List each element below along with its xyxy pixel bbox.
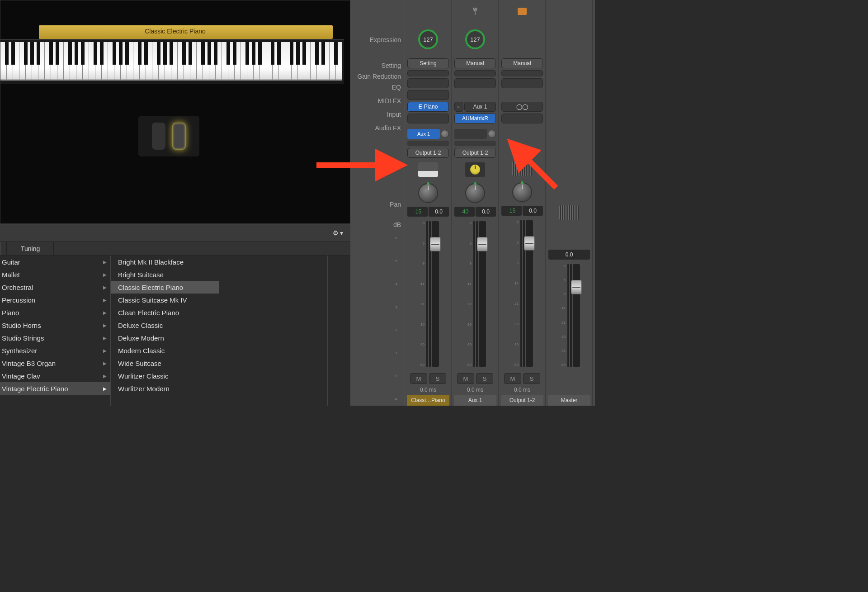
- tab-empty[interactable]: [0, 242, 7, 255]
- eq-slot[interactable]: [407, 78, 449, 88]
- solo-button[interactable]: S: [429, 373, 446, 384]
- audiofx-slot[interactable]: [501, 114, 543, 123]
- keyboard[interactable]: [0, 39, 344, 84]
- strip-name[interactable]: Classi…Piano: [407, 395, 449, 406]
- pedal-right[interactable]: [172, 123, 186, 150]
- db-peak: -40: [454, 207, 475, 217]
- left-panel: Classic Electric Piano ⚙︎ ▾ Tuning Guita…: [0, 0, 350, 406]
- expression-knob[interactable]: 127: [465, 29, 485, 49]
- category-item[interactable]: Mallet▶: [0, 268, 110, 281]
- instrument-view: Classic Electric Piano: [0, 0, 350, 224]
- category-item[interactable]: Synthesizer▶: [0, 344, 110, 357]
- input-mode-button[interactable]: ○: [454, 102, 463, 112]
- mixer-labels: Expression Setting Gain Reduction EQ MID…: [350, 0, 405, 406]
- tuning-fork-icon: [454, 2, 496, 20]
- volume-fader[interactable]: [432, 221, 439, 367]
- category-item[interactable]: Vintage Clav▶: [0, 369, 110, 382]
- db-display[interactable]: 0.0: [548, 250, 590, 260]
- gear-icon[interactable]: ⚙︎ ▾: [330, 227, 346, 238]
- solo-button[interactable]: S: [523, 373, 540, 384]
- pedal-left[interactable]: [152, 123, 165, 150]
- audiofx-slot[interactable]: [407, 114, 449, 123]
- setting-button[interactable]: Setting: [407, 58, 449, 68]
- db-value[interactable]: 0.0: [429, 207, 449, 217]
- category-item[interactable]: Percussion▶: [0, 294, 110, 306]
- category-item[interactable]: Studio Horns▶: [0, 319, 110, 332]
- strip-name[interactable]: Output 1-2: [501, 395, 543, 406]
- channel-strip: Manual◯◯-150.00591421304560MS0.0 msOutpu…: [499, 0, 546, 406]
- instrument-thumbnail[interactable]: [465, 162, 485, 177]
- browser-body: Guitar▶Mallet▶Orchestral▶Percussion▶Pian…: [0, 256, 350, 406]
- pan-knob[interactable]: [512, 182, 532, 202]
- volume-fader[interactable]: [573, 264, 580, 367]
- channel-strip: 127Manual○Aux 1AUMatrixROutput 1-2-400.0…: [452, 0, 499, 406]
- artist-icon: [501, 2, 543, 20]
- input-slot[interactable]: ◯◯: [501, 102, 543, 112]
- setting-button[interactable]: Manual: [501, 58, 543, 68]
- category-item[interactable]: Orchestral▶: [0, 281, 110, 294]
- channel-strip: 127SettingE-PianoAux 1Output 1-2-150.005…: [405, 0, 452, 406]
- volume-fader[interactable]: [479, 221, 486, 367]
- pedal-panel[interactable]: [138, 116, 199, 156]
- label-eq: EQ: [392, 84, 401, 91]
- expression-knob[interactable]: 127: [418, 29, 438, 49]
- instrument-thumbnail[interactable]: [512, 161, 532, 176]
- preset-item[interactable]: Classic Electric Piano: [111, 281, 219, 294]
- label-expression: Expression: [370, 36, 401, 43]
- db-value[interactable]: 0.0: [476, 207, 496, 217]
- preset-item[interactable]: Classic Suitcase Mk IV: [111, 294, 219, 306]
- mute-button[interactable]: M: [410, 373, 427, 384]
- category-item[interactable]: Piano▶: [0, 306, 110, 319]
- preset-item[interactable]: Clean Electric Piano: [111, 306, 219, 319]
- db-value[interactable]: 0.0: [523, 206, 543, 216]
- setting-button[interactable]: Manual: [454, 58, 496, 68]
- strip-name[interactable]: Master: [548, 395, 590, 406]
- channel-strip: 0.00591421304560Master: [546, 0, 593, 406]
- label-setting: Setting: [381, 62, 401, 69]
- solo-button[interactable]: S: [476, 373, 493, 384]
- db-peak: -15: [407, 207, 428, 217]
- mute-button[interactable]: M: [457, 373, 474, 384]
- midifx-slot[interactable]: [407, 90, 449, 100]
- eq-slot[interactable]: [501, 78, 543, 88]
- pan-knob[interactable]: [418, 183, 438, 203]
- category-item[interactable]: Vintage Electric Piano▶: [0, 382, 110, 395]
- preset-item[interactable]: Wurlitzer Modern: [111, 382, 219, 395]
- category-item[interactable]: Vintage B3 Organ▶: [0, 357, 110, 369]
- category-column[interactable]: Guitar▶Mallet▶Orchestral▶Percussion▶Pian…: [0, 256, 111, 406]
- preset-item[interactable]: Deluxe Classic: [111, 319, 219, 332]
- empty-column: [219, 256, 328, 406]
- instrument-thumbnail[interactable]: [418, 162, 438, 177]
- preset-item[interactable]: Deluxe Modern: [111, 332, 219, 344]
- mute-button[interactable]: M: [504, 373, 521, 384]
- instrument-thumbnail[interactable]: [559, 205, 579, 220]
- preset-item[interactable]: Modern Classic: [111, 344, 219, 357]
- category-item[interactable]: Studio Strings▶: [0, 332, 110, 344]
- input-slot[interactable]: E-Piano: [407, 102, 449, 112]
- pan-knob[interactable]: [465, 183, 485, 203]
- preset-item[interactable]: Bright Mk II Blackface: [111, 256, 219, 268]
- preset-item[interactable]: Wurlitzer Classic: [111, 369, 219, 382]
- output-slot[interactable]: Output 1-2: [454, 148, 496, 158]
- preset-item[interactable]: Wide Suitcase: [111, 357, 219, 369]
- label-output: Output: [382, 161, 401, 168]
- category-item[interactable]: Guitar▶: [0, 256, 110, 268]
- mixer: Expression Setting Gain Reduction EQ MID…: [350, 0, 595, 406]
- eq-slot[interactable]: [454, 78, 496, 88]
- label-db: dB: [393, 221, 401, 228]
- browser-tab-bar: Tuning: [0, 242, 350, 256]
- volume-fader[interactable]: [526, 220, 533, 367]
- label-gain-reduction: Gain Reduction: [357, 73, 401, 80]
- audiofx-slot[interactable]: AUMatrixR: [454, 114, 496, 123]
- preset-column[interactable]: Bright Mk II BlackfaceBright SuitcaseCla…: [111, 256, 219, 406]
- preset-item[interactable]: Bright Suitcase: [111, 268, 219, 281]
- delay-display: 0.0 ms: [420, 387, 436, 393]
- input-slot[interactable]: Aux 1: [464, 102, 496, 112]
- send-knob[interactable]: [441, 130, 449, 138]
- output-slot[interactable]: Output 1-2: [407, 148, 449, 158]
- tab-tuning[interactable]: Tuning: [7, 242, 54, 255]
- send-knob[interactable]: [488, 130, 496, 138]
- send-slot[interactable]: [454, 129, 487, 139]
- strip-name[interactable]: Aux 1: [454, 395, 496, 406]
- send-slot[interactable]: Aux 1: [407, 129, 440, 139]
